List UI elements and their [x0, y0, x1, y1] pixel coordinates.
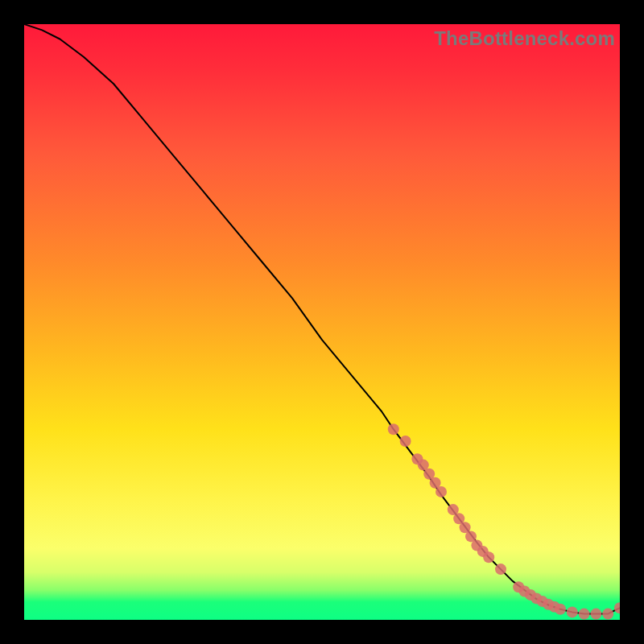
highlight-point — [495, 564, 506, 575]
highlight-point — [549, 601, 560, 613]
bottleneck-curve-line — [24, 24, 620, 614]
highlight-point — [614, 602, 620, 613]
highlight-point — [537, 596, 548, 607]
highlight-point — [423, 469, 435, 480]
highlight-point — [411, 453, 423, 464]
highlight-point — [400, 436, 411, 447]
highlight-point — [418, 460, 429, 471]
highlight-point — [460, 522, 471, 533]
highlight-point — [525, 589, 536, 601]
highlight-point — [530, 592, 542, 604]
highlighted-points — [388, 423, 620, 619]
highlight-point — [567, 606, 578, 617]
highlight-point — [471, 540, 482, 551]
highlight-point — [448, 504, 459, 515]
chart-plot-area: TheBottleneck.com — [24, 24, 620, 620]
chart-overlay — [24, 24, 620, 620]
highlight-point — [590, 609, 601, 620]
highlight-point — [453, 513, 464, 524]
chart-frame: TheBottleneck.com — [0, 0, 644, 644]
highlight-point — [430, 477, 441, 489]
highlight-point — [555, 604, 566, 615]
highlight-point — [465, 530, 477, 542]
highlight-point — [579, 609, 590, 620]
highlight-point — [436, 486, 447, 497]
watermark-text: TheBottleneck.com — [434, 27, 615, 50]
highlight-point — [483, 551, 494, 563]
highlight-point — [388, 423, 399, 435]
highlight-point — [602, 609, 613, 620]
highlight-point — [543, 599, 554, 610]
highlight-point — [519, 586, 530, 597]
highlight-point — [513, 581, 524, 592]
highlight-point — [477, 546, 489, 557]
